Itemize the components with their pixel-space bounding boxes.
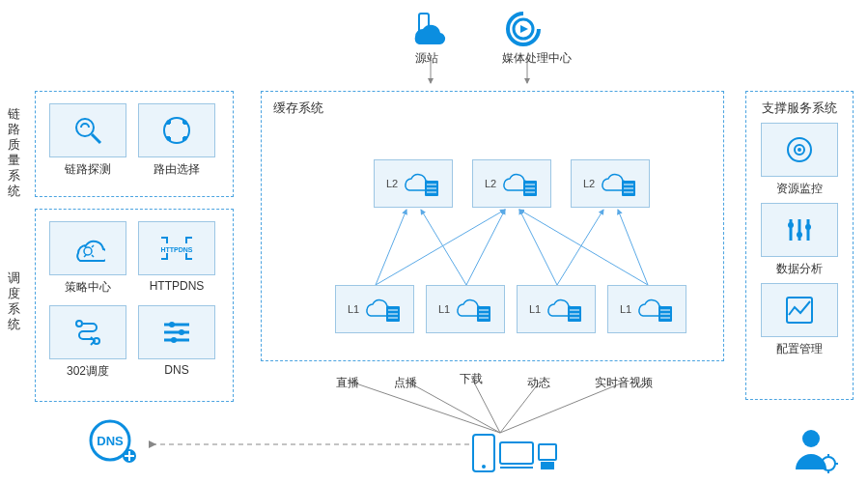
l1-node-b: L1 [426, 285, 505, 333]
config-icon [783, 294, 816, 327]
monitor-item: 资源监控 [761, 123, 838, 197]
svg-rect-62 [539, 444, 556, 460]
support-title: 支撑服务系统 [746, 99, 853, 117]
link-probe-item: 链路探测 [49, 103, 126, 178]
dns-badge: DNS [87, 417, 141, 469]
svg-text:HTTPDNS: HTTPDNS [160, 246, 192, 253]
origin-icon [406, 10, 448, 48]
svg-rect-63 [541, 462, 554, 469]
svg-line-54 [406, 381, 500, 433]
svg-point-73 [797, 232, 802, 238]
svg-point-2 [76, 119, 94, 136]
httpdns-icon: HTTPDNS [157, 234, 196, 263]
svg-line-18 [421, 210, 466, 285]
user-icon-group [790, 425, 838, 477]
analytics-item: 数据分析 [761, 203, 838, 277]
svg-point-69 [798, 148, 801, 152]
svc-rtc: 实时音视频 [595, 375, 653, 391]
analytics-icon [783, 213, 816, 246]
server-cloud-icon [635, 295, 674, 324]
redirect302-item: 302调度 [49, 305, 126, 380]
support-panel: 支撑服务系统 资源监控 数据分析 配置管理 [745, 91, 854, 400]
server-cloud-icon [599, 169, 637, 198]
svg-line-20 [519, 210, 557, 285]
server-cloud-icon [363, 295, 402, 324]
redirect302-icon [71, 316, 104, 349]
l1-node-d: L1 [607, 285, 686, 333]
svc-dl: 下载 [460, 371, 483, 387]
svg-line-19 [466, 210, 505, 285]
link-quality-title: 链路质量系统 [6, 106, 21, 199]
routing-item: 路由选择 [138, 103, 215, 178]
link-probe-icon [71, 114, 104, 147]
svg-point-77 [802, 430, 820, 447]
svg-point-6 [76, 321, 82, 327]
media-label: 媒体处理中心 [502, 50, 572, 67]
user-gear-icon [790, 425, 838, 473]
routing-icon [160, 114, 193, 147]
dns-item: DNS [138, 305, 215, 380]
arrow-device-dns [145, 435, 473, 454]
svc-live: 直播 [336, 375, 359, 391]
l2-node-c: L2 [571, 159, 650, 208]
policy-item: 策略中心 [49, 221, 126, 296]
svg-point-13 [171, 337, 177, 343]
link-quality-panel: 链路探测 路由选择 [35, 91, 234, 197]
monitor-icon [783, 133, 816, 166]
dns-badge-icon: DNS [87, 417, 141, 466]
svg-rect-76 [787, 298, 812, 323]
svg-point-9 [169, 322, 175, 327]
config-item: 配置管理 [761, 283, 838, 357]
schedule-title: 调度系统 [6, 270, 21, 332]
svg-line-17 [376, 210, 406, 285]
svg-point-59 [482, 465, 486, 469]
svg-line-22 [618, 210, 648, 285]
svg-line-21 [557, 210, 603, 285]
svc-vod: 点播 [394, 375, 417, 391]
l2-node-a: L2 [374, 159, 453, 208]
svg-point-71 [788, 222, 794, 228]
cache-panel: 缓存系统 L2 L2 L2 L1 L1 L1 L1 [261, 91, 724, 361]
dns-icon [160, 316, 193, 349]
arrow-media-cache [518, 54, 537, 89]
server-cloud-icon [545, 295, 583, 324]
media-icon [502, 10, 545, 48]
server-cloud-icon [402, 169, 440, 198]
cache-title: 缓存系统 [273, 99, 723, 117]
svg-point-75 [805, 224, 811, 230]
schedule-panel: 策略中心 HTTPDNS HTTPDNS 302调度 DNS [35, 209, 234, 402]
svg-line-23 [376, 210, 505, 285]
policy-icon [70, 234, 105, 263]
arrow-origin-cache [421, 54, 440, 89]
svg-rect-60 [500, 442, 533, 464]
server-cloud-icon [454, 295, 492, 324]
httpdns-item: HTTPDNS HTTPDNS [138, 221, 215, 296]
l1-node-c: L1 [517, 285, 596, 333]
devices-group [471, 433, 558, 479]
svg-line-24 [519, 210, 648, 285]
media-group: 媒体处理中心 [502, 10, 572, 67]
svg-point-11 [179, 329, 184, 335]
svc-dyn: 动态 [527, 375, 550, 391]
l1-node-a: L1 [335, 285, 414, 333]
svg-text:DNS: DNS [97, 434, 124, 448]
svg-line-3 [92, 134, 100, 143]
devices-icon [471, 433, 558, 475]
l2-node-b: L2 [472, 159, 551, 208]
server-cloud-icon [500, 169, 539, 198]
